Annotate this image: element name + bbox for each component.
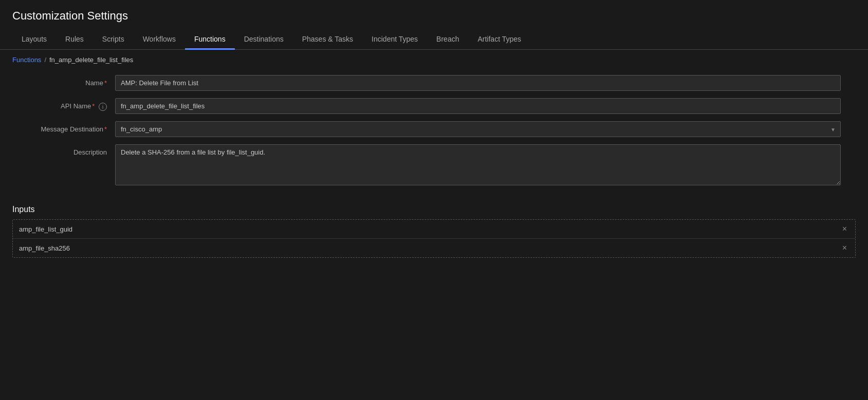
api-name-label: API Name* i bbox=[12, 98, 115, 111]
description-label: Description bbox=[12, 144, 115, 156]
description-row: Description Delete a SHA-256 from a file… bbox=[12, 144, 841, 185]
breadcrumb-parent-link[interactable]: Functions bbox=[12, 56, 41, 64]
tab-artifact-types[interactable]: Artifact Types bbox=[468, 30, 530, 50]
page-title: Customization Settings bbox=[12, 9, 856, 23]
inputs-table: amp_file_list_guid × amp_file_sha256 × bbox=[12, 219, 856, 258]
description-textarea[interactable]: Delete a SHA-256 from a file list by fil… bbox=[115, 144, 841, 185]
api-name-info-icon[interactable]: i bbox=[99, 103, 107, 111]
tab-rules[interactable]: Rules bbox=[56, 30, 93, 50]
tab-layouts[interactable]: Layouts bbox=[12, 30, 56, 50]
tab-phases-tasks[interactable]: Phases & Tasks bbox=[293, 30, 362, 50]
api-name-input[interactable] bbox=[115, 98, 841, 114]
breadcrumb: Functions / fn_amp_delete_file_list_file… bbox=[0, 50, 868, 70]
input-remove-button-1[interactable]: × bbox=[840, 225, 849, 233]
input-row-label: amp_file_sha256 bbox=[19, 244, 840, 252]
page-header: Customization Settings bbox=[0, 0, 868, 28]
inputs-title: Inputs bbox=[12, 205, 856, 214]
input-row: amp_file_list_guid × bbox=[13, 220, 855, 239]
tab-scripts[interactable]: Scripts bbox=[93, 30, 134, 50]
name-row: Name* bbox=[12, 75, 841, 91]
tab-incident-types[interactable]: Incident Types bbox=[362, 30, 427, 50]
breadcrumb-separator: / bbox=[44, 56, 46, 64]
tab-functions[interactable]: Functions bbox=[185, 30, 235, 50]
input-remove-button-2[interactable]: × bbox=[840, 244, 849, 252]
message-destination-select-wrapper: fn_cisco_amp ▼ bbox=[115, 121, 841, 137]
name-input[interactable] bbox=[115, 75, 841, 91]
tab-destinations[interactable]: Destinations bbox=[235, 30, 293, 50]
inputs-section: Inputs amp_file_list_guid × amp_file_sha… bbox=[0, 205, 868, 258]
tab-workflows[interactable]: Workflows bbox=[134, 30, 185, 50]
form-container: Name* API Name* i Message Destination* f… bbox=[0, 70, 853, 205]
breadcrumb-current: fn_amp_delete_file_list_files bbox=[49, 56, 133, 64]
api-name-row: API Name* i bbox=[12, 98, 841, 114]
input-row-label: amp_file_list_guid bbox=[19, 225, 840, 233]
message-destination-select[interactable]: fn_cisco_amp bbox=[115, 121, 841, 137]
name-label: Name* bbox=[12, 75, 115, 87]
message-destination-label: Message Destination* bbox=[12, 121, 115, 133]
input-row: amp_file_sha256 × bbox=[13, 239, 855, 257]
message-destination-row: Message Destination* fn_cisco_amp ▼ bbox=[12, 121, 841, 137]
tabs-bar: Layouts Rules Scripts Workflows Function… bbox=[0, 30, 868, 50]
tab-breach[interactable]: Breach bbox=[427, 30, 468, 50]
